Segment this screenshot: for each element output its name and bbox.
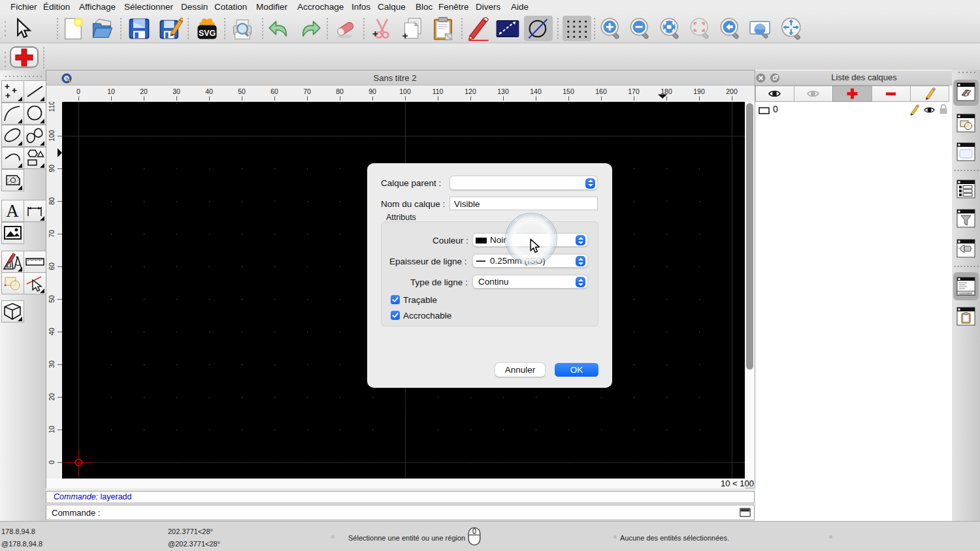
svg-text:A: A — [6, 201, 19, 221]
svg-text:10: 10 — [107, 87, 115, 95]
svg-text:90: 90 — [368, 87, 376, 95]
svg-text:30: 30 — [172, 87, 180, 95]
svg-text:10: 10 — [48, 426, 56, 433]
svg-text:40: 40 — [205, 87, 213, 95]
svg-text:80: 80 — [48, 197, 56, 205]
svg-text:70: 70 — [303, 87, 311, 95]
svg-text:20: 20 — [48, 393, 56, 401]
svg-text:70: 70 — [48, 230, 56, 238]
svg-text:60: 60 — [48, 262, 56, 270]
svg-text:140: 140 — [530, 87, 542, 95]
svg-text:80: 80 — [336, 87, 344, 95]
svg-text:0: 0 — [48, 460, 56, 464]
svg-text:20: 20 — [140, 87, 148, 95]
svg-text:100: 100 — [48, 130, 56, 142]
svg-text:190: 190 — [693, 87, 705, 95]
svg-text:100: 100 — [399, 87, 411, 95]
svg-text:SVG: SVG — [199, 29, 216, 38]
svg-text:200: 200 — [726, 87, 738, 95]
svg-text:180: 180 — [661, 87, 672, 95]
svg-text:command: command — [959, 292, 972, 295]
svg-text:110: 110 — [48, 102, 56, 112]
svg-text:50: 50 — [48, 295, 56, 303]
svg-text:170: 170 — [628, 87, 640, 95]
svg-text:40: 40 — [48, 328, 56, 336]
svg-text:110: 110 — [433, 87, 444, 95]
svg-text:90: 90 — [48, 165, 56, 172]
svg-text:0: 0 — [76, 87, 80, 95]
svg-text:130: 130 — [497, 87, 509, 95]
svg-text:150: 150 — [563, 87, 574, 95]
svg-text:50: 50 — [238, 87, 246, 95]
svg-text:120: 120 — [465, 87, 476, 95]
svg-text:60: 60 — [270, 87, 278, 95]
svg-text:30: 30 — [48, 360, 56, 368]
svg-text:160: 160 — [595, 87, 607, 95]
